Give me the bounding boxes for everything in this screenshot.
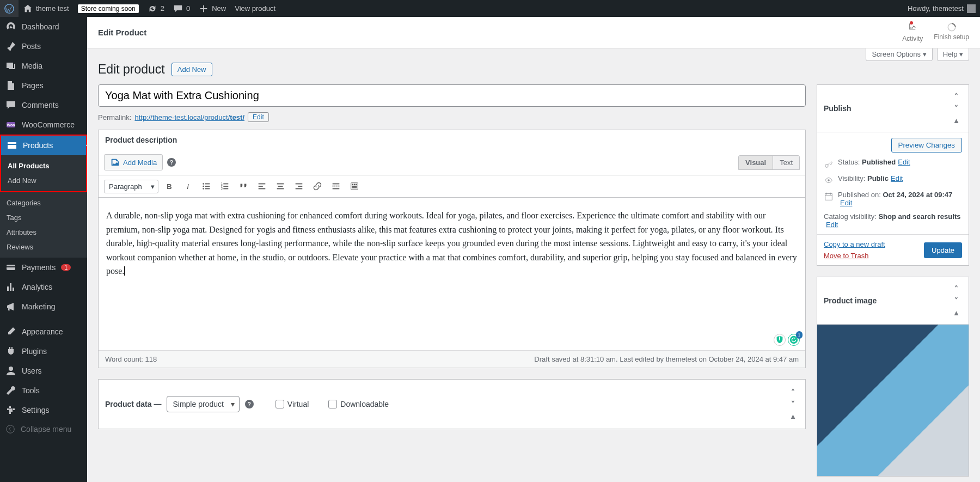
bold-button[interactable]: B bbox=[162, 179, 177, 194]
view-product-link[interactable]: View product bbox=[230, 0, 280, 17]
align-left-button[interactable] bbox=[254, 179, 270, 194]
comments-link[interactable]: 0 bbox=[169, 0, 194, 17]
quote-button[interactable] bbox=[236, 179, 251, 194]
finish-setup-label: Finish setup bbox=[934, 33, 969, 41]
permalink-edit-button[interactable]: Edit bbox=[248, 112, 269, 122]
grammarly-shield-icon[interactable] bbox=[774, 334, 786, 346]
submenu-attributes[interactable]: Attributes bbox=[0, 225, 87, 240]
menu-woocommerce[interactable]: WooWooCommerce bbox=[0, 115, 87, 135]
menu-dashboard[interactable]: Dashboard bbox=[0, 17, 87, 36]
product-title-input[interactable] bbox=[98, 84, 806, 107]
svg-rect-28 bbox=[296, 188, 303, 190]
align-right-button[interactable] bbox=[291, 179, 307, 194]
menu-settings-label: Settings bbox=[22, 406, 50, 414]
comment-icon bbox=[173, 4, 183, 14]
info-icon[interactable]: ? bbox=[167, 158, 176, 167]
italic-button[interactable]: I bbox=[180, 179, 195, 194]
menu-plugins[interactable]: Plugins bbox=[0, 341, 87, 361]
collapse-menu[interactable]: Collapse menu bbox=[0, 420, 87, 438]
update-button[interactable]: Update bbox=[924, 242, 962, 258]
media-icon bbox=[5, 60, 16, 71]
menu-products[interactable]: Products bbox=[1, 136, 86, 155]
pi-down-button[interactable]: ˅ bbox=[950, 295, 962, 307]
calendar-icon bbox=[824, 192, 834, 202]
pi-up-button[interactable]: ˄ bbox=[950, 283, 962, 295]
editor-content[interactable]: A durable, non-slip yoga mat with extra … bbox=[99, 198, 805, 350]
virtual-checkbox-wrap[interactable]: Virtual bbox=[275, 400, 309, 408]
align-center-button[interactable] bbox=[273, 179, 288, 194]
add-new-button[interactable]: Add New bbox=[171, 63, 212, 76]
link-button[interactable] bbox=[310, 179, 325, 194]
svg-point-6 bbox=[7, 425, 14, 433]
downloadable-checkbox[interactable] bbox=[328, 400, 337, 408]
svg-rect-34 bbox=[354, 184, 356, 186]
submenu-reviews[interactable]: Reviews bbox=[0, 240, 87, 254]
product-type-select[interactable]: Simple product bbox=[167, 396, 239, 412]
account-link[interactable]: Howdy, themetest bbox=[903, 0, 980, 17]
main-area: Edit Product Activity Finish setup Scree… bbox=[87, 17, 980, 482]
menu-users[interactable]: Users bbox=[0, 361, 87, 381]
menu-analytics[interactable]: Analytics bbox=[0, 277, 87, 297]
grammarly-icon[interactable]: 1 bbox=[788, 334, 800, 346]
svg-rect-36 bbox=[352, 186, 357, 187]
svg-rect-37 bbox=[352, 187, 357, 188]
store-status-badge: Store coming soon bbox=[78, 4, 139, 13]
submenu-all-products[interactable]: All Products bbox=[1, 158, 86, 173]
align-right-icon bbox=[294, 181, 304, 191]
text-tab[interactable]: Text bbox=[773, 156, 799, 169]
publish-toggle-button[interactable]: ▴ bbox=[950, 114, 962, 126]
publish-down-button[interactable]: ˅ bbox=[950, 102, 962, 114]
menu-tools-label: Tools bbox=[22, 386, 40, 395]
admin-bar: theme test Store coming soon 2 0 New Vie… bbox=[0, 0, 980, 17]
menu-payments[interactable]: Payments1 bbox=[0, 258, 87, 277]
number-list-button[interactable]: 123 bbox=[217, 179, 232, 194]
visual-tab[interactable]: Visual bbox=[739, 156, 773, 169]
pi-toggle-button[interactable]: ▴ bbox=[950, 307, 962, 319]
submenu-tags[interactable]: Tags bbox=[0, 210, 87, 225]
copy-draft-link[interactable]: Copy to a new draft bbox=[824, 240, 885, 248]
bullet-list-button[interactable] bbox=[199, 179, 214, 194]
more-button[interactable] bbox=[328, 179, 344, 194]
menu-tools[interactable]: Tools bbox=[0, 381, 87, 400]
format-select[interactable]: Paragraph bbox=[104, 180, 158, 193]
date-edit-link[interactable]: Edit bbox=[840, 199, 852, 207]
view-product-label: View product bbox=[235, 4, 275, 13]
virtual-checkbox[interactable] bbox=[275, 400, 284, 408]
menu-settings[interactable]: Settings bbox=[0, 400, 87, 420]
new-label: New bbox=[212, 4, 226, 13]
publish-up-button[interactable]: ˄ bbox=[950, 90, 962, 102]
site-link[interactable]: theme test bbox=[19, 0, 74, 17]
help-button[interactable]: Help ▾ bbox=[937, 48, 969, 61]
activity-button[interactable]: Activity bbox=[902, 22, 923, 42]
menu-appearance-label: Appearance bbox=[22, 327, 63, 336]
new-link[interactable]: New bbox=[194, 0, 230, 17]
menu-posts[interactable]: Posts bbox=[0, 36, 87, 56]
status-edit-link[interactable]: Edit bbox=[898, 158, 910, 166]
permalink-link[interactable]: http://theme-test.local/product/test/ bbox=[134, 113, 244, 121]
pd-up-button[interactable]: ˄ bbox=[787, 386, 799, 398]
toolbar-toggle-button[interactable] bbox=[347, 179, 362, 194]
finish-setup-button[interactable]: Finish setup bbox=[934, 22, 969, 42]
submenu-categories[interactable]: Categories bbox=[0, 196, 87, 210]
catalog-edit-link[interactable]: Edit bbox=[826, 221, 838, 229]
wp-logo[interactable] bbox=[0, 0, 19, 17]
product-image-thumbnail[interactable] bbox=[817, 325, 969, 476]
menu-appearance[interactable]: Appearance bbox=[0, 322, 87, 341]
downloadable-checkbox-wrap[interactable]: Downloadable bbox=[328, 400, 389, 408]
screen-options-button[interactable]: Screen Options ▾ bbox=[866, 48, 932, 61]
menu-pages[interactable]: Pages bbox=[0, 76, 87, 95]
menu-marketing[interactable]: Marketing bbox=[0, 297, 87, 316]
add-media-button[interactable]: Add Media bbox=[104, 154, 163, 170]
pd-down-button[interactable]: ˅ bbox=[787, 398, 799, 410]
menu-comments[interactable]: Comments bbox=[0, 95, 87, 115]
menu-pages-label: Pages bbox=[22, 81, 44, 90]
pd-toggle-button[interactable]: ▴ bbox=[787, 410, 799, 422]
move-trash-link[interactable]: Move to Trash bbox=[824, 252, 885, 260]
submenu-add-new[interactable]: Add New bbox=[1, 173, 86, 188]
sync-link[interactable]: 2 bbox=[143, 0, 169, 17]
product-type-info-icon[interactable]: ? bbox=[245, 400, 254, 408]
menu-media[interactable]: Media bbox=[0, 56, 87, 76]
preview-changes-button[interactable]: Preview Changes bbox=[891, 138, 962, 152]
visibility-edit-link[interactable]: Edit bbox=[891, 174, 903, 182]
menu-dashboard-label: Dashboard bbox=[22, 22, 59, 31]
